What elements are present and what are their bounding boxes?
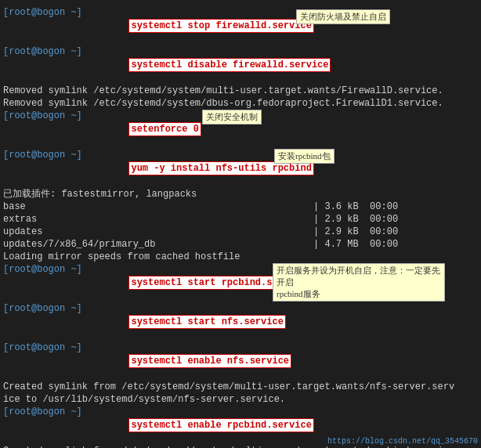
prompt-4: [root@bogon ~]: [3, 149, 82, 161]
cmd-start-nfs: systemctl start nfs.service: [128, 315, 285, 329]
terminal: [root@bogon ~] systemctl stop firewalld.…: [0, 0, 481, 448]
repo-table: base | 3.6 kB 00:00 extras | 2.9 kB 00:0…: [0, 201, 481, 251]
url-csdn: https://blog.csdn.net/qq_3545670: [327, 435, 478, 448]
prompt-6: [root@bogon ~]: [3, 302, 82, 315]
cmd-disable-firewalld: systemctl disable firewalld.service: [128, 58, 331, 72]
prompt-2: [root@bogon ~]: [3, 45, 82, 58]
prompt-8: [root@bogon ~]: [3, 406, 82, 418]
prompt-7: [root@bogon ~]: [3, 341, 82, 354]
repo-base: base | 3.6 kB 00:00: [0, 201, 481, 213]
line-removed2: Removed symlink /etc/systemd/system/dbus…: [0, 97, 481, 110]
line-firewalld: [root@bogon ~] systemctl stop firewalld.…: [0, 6, 481, 45]
repo-extras: extras | 2.9 kB 00:00: [0, 213, 481, 226]
line-yum: [root@bogon ~] yum -y install nfs-utils …: [0, 149, 481, 188]
prompt-1: [root@bogon ~]: [3, 6, 82, 19]
section-start-services: [root@bogon ~] systemctl start rpcbind.s…: [0, 263, 481, 381]
annotation-setenforce: 关闭安全机制: [202, 110, 262, 125]
annotation-firewalld: 关闭防火墙及禁止自启: [296, 9, 390, 24]
cmd-enable-rpcbind: systemctl enable rpcbind.service: [128, 418, 313, 432]
line-enable-nfs: [root@bogon ~] systemctl enable nfs.serv…: [0, 341, 481, 381]
section-yum: [root@bogon ~] yum -y install nfs-utils …: [0, 149, 481, 188]
prompt-5: [root@bogon ~]: [3, 263, 82, 276]
cmd-setenforce: setenforce 0: [128, 122, 201, 136]
line-start-nfs: [root@bogon ~] systemctl start nfs.servi…: [0, 302, 481, 341]
line-firewalld2: [root@bogon ~] systemctl disable firewal…: [0, 45, 481, 85]
repo-updates: updates | 2.9 kB 00:00: [0, 226, 481, 238]
line-mirror: Loading mirror speeds from cached hostfi…: [0, 251, 481, 263]
section-setenforce: [root@bogon ~] setenforce 0 关闭安全机制: [0, 110, 481, 149]
line-symlink-nfs: Created symlink from /etc/systemd/system…: [0, 381, 481, 393]
cmd-enable-nfs: systemctl enable nfs.service: [128, 354, 291, 368]
annotation-yum: 安装rpcbind包: [274, 149, 335, 164]
line-plugin: 已加载插件: fastestmirror, langpacks: [0, 188, 481, 201]
repo-updates-db: updates/7/x86_64/primary_db | 4.7 MB 00:…: [0, 238, 481, 251]
line-removed1: Removed symlink /etc/systemd/system/mult…: [0, 85, 481, 97]
cmd-stop-firewalld: systemctl stop firewalld.service: [128, 19, 313, 33]
annotation-services: 开启服务并设为开机自启，注意：一定要先开启 rpcbind服务: [273, 263, 445, 302]
prompt-3: [root@bogon ~]: [3, 110, 82, 122]
line-symlink-nfs2: ice to /usr/lib/systemd/system/nfs-serve…: [0, 393, 481, 406]
